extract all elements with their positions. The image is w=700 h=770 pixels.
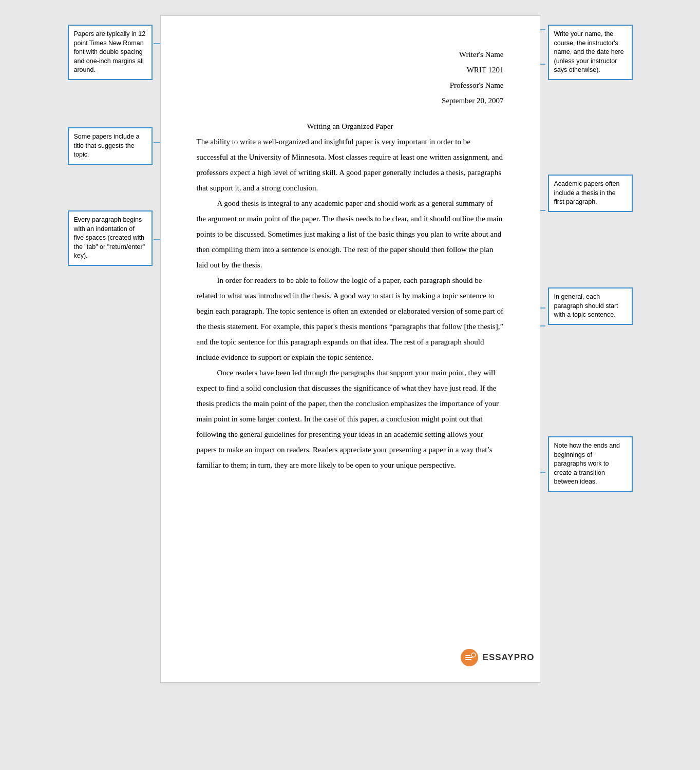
brand-label: ESSAYPRO xyxy=(483,652,535,663)
annotation-right-2: Academic papers often include a thesis i… xyxy=(548,175,633,212)
header-professor: Professor's Name xyxy=(197,78,504,93)
annotation-right-4: Note how the ends and beginnings of para… xyxy=(548,436,633,492)
annotation-right-3: In general, each paragraph should start … xyxy=(548,287,633,325)
essaypro-icon xyxy=(460,648,479,667)
svg-rect-12 xyxy=(465,655,470,656)
annotation-left-1: Papers are typically in 12 point Times N… xyxy=(68,25,153,80)
header-date: September 20, 2007 xyxy=(197,93,504,108)
paragraph-3: In order for readers to be able to follo… xyxy=(197,273,504,365)
logo-area: ESSAYPRO xyxy=(460,648,535,667)
annotation-left-2: Some papers include a title that suggest… xyxy=(68,127,153,165)
header-course: WRIT 1201 xyxy=(197,62,504,78)
paper-title: Writing an Organized Paper xyxy=(197,119,504,134)
svg-rect-14 xyxy=(465,659,471,660)
paragraph-1: The ability to write a well-organized an… xyxy=(197,134,504,196)
annotation-left-3: Every paragraph begins with an indentati… xyxy=(68,210,153,266)
paper-document: Writer's Name WRIT 1201 Professor's Name… xyxy=(160,15,540,683)
annotation-right-1: Write your name, the course, the instruc… xyxy=(548,25,633,80)
paper-body: The ability to write a well-organized an… xyxy=(197,134,504,473)
paper-header: Writer's Name WRIT 1201 Professor's Name… xyxy=(197,47,504,108)
paragraph-4: Once readers have been led through the p… xyxy=(197,365,504,473)
svg-point-15 xyxy=(471,653,476,657)
page-wrapper: Papers are typically in 12 point Times N… xyxy=(68,15,633,683)
header-name: Writer's Name xyxy=(197,47,504,62)
paragraph-2: A good thesis is integral to any academi… xyxy=(197,196,504,273)
svg-rect-13 xyxy=(465,657,472,658)
